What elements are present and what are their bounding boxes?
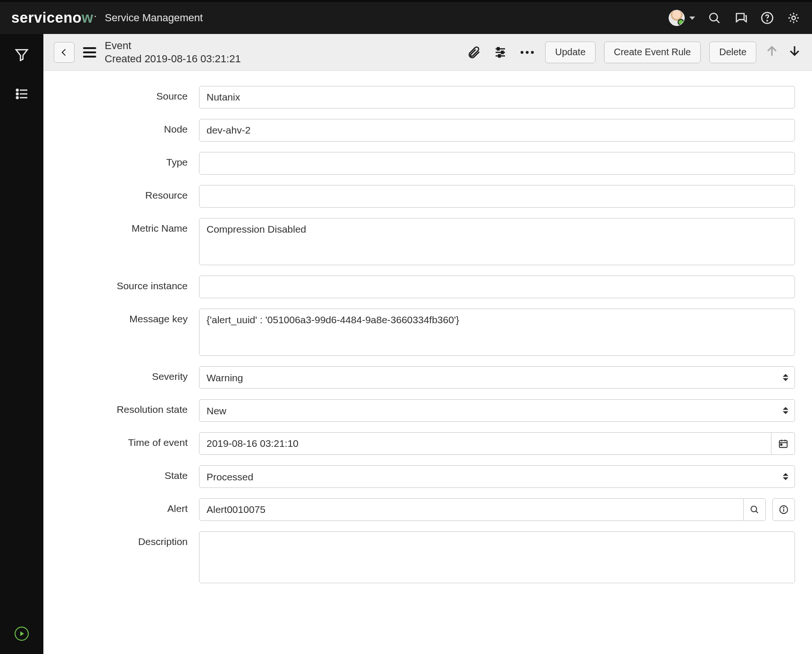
label-state: State (43, 465, 199, 481)
app-title: Service Management (105, 12, 203, 24)
avatar (669, 10, 685, 26)
product-logo[interactable]: servicenow. (11, 9, 96, 26)
svg-point-0 (710, 13, 717, 21)
label-resolution-state: Resolution state (43, 399, 199, 415)
info-icon[interactable] (772, 498, 795, 521)
label-resource: Resource (43, 185, 199, 201)
time-of-event-input[interactable] (199, 432, 771, 455)
form-context-menu-icon[interactable] (83, 47, 96, 58)
more-actions-icon[interactable] (518, 43, 537, 61)
svg-rect-14 (497, 48, 499, 50)
logo-accent: w (82, 9, 93, 26)
svg-rect-23 (780, 444, 782, 445)
label-message-key: Message key (43, 309, 199, 325)
label-source: Source (43, 86, 199, 102)
all-applications-icon[interactable] (14, 86, 29, 104)
label-severity: Severity (43, 366, 199, 382)
svg-point-28 (784, 507, 784, 508)
resolution-state-select[interactable]: New (199, 399, 795, 422)
type-input[interactable] (199, 152, 795, 175)
alert-reference-input[interactable] (199, 498, 744, 521)
navigator-rail (0, 34, 43, 654)
record-type-label: Event (105, 39, 241, 52)
resource-input[interactable] (199, 185, 795, 208)
user-menu[interactable] (669, 10, 695, 26)
svg-point-5 (17, 89, 18, 91)
form-body[interactable]: Source Node Type Resource Metric Name Co… (43, 71, 812, 654)
calendar-icon[interactable] (771, 432, 795, 455)
severity-select[interactable]: Warning (199, 366, 795, 389)
state-select[interactable]: Processed (199, 465, 795, 488)
svg-point-7 (17, 93, 18, 95)
previous-record-icon (765, 44, 779, 60)
label-node: Node (43, 119, 199, 135)
label-time-of-event: Time of event (43, 432, 199, 448)
svg-rect-15 (502, 51, 504, 53)
form-title: Event Created 2019-08-16 03:21:21 (105, 39, 241, 65)
svg-line-25 (756, 511, 758, 513)
delete-button[interactable]: Delete (709, 42, 756, 63)
lookup-icon[interactable] (744, 498, 766, 521)
logo-dot: . (94, 11, 96, 18)
record-created-label: Created 2019-08-16 03:21:21 (105, 52, 241, 66)
settings-gear-icon[interactable] (787, 11, 801, 25)
label-type: Type (43, 152, 199, 168)
attachments-icon[interactable] (465, 43, 483, 61)
svg-rect-16 (499, 55, 501, 57)
source-input[interactable] (199, 86, 795, 109)
personalize-form-icon[interactable] (491, 43, 509, 61)
form-header: Event Created 2019-08-16 03:21:21 Update… (43, 34, 812, 71)
back-button[interactable] (54, 42, 75, 63)
svg-line-1 (716, 20, 719, 23)
node-input[interactable] (199, 119, 795, 142)
global-search-icon[interactable] (707, 11, 721, 25)
next-record-icon[interactable] (787, 44, 802, 60)
chat-icon[interactable] (734, 11, 748, 25)
description-input[interactable] (199, 531, 795, 583)
global-banner: servicenow. Service Management (0, 0, 812, 34)
svg-point-9 (17, 97, 18, 99)
svg-point-3 (767, 20, 767, 21)
logo-text-pre: serviceno (11, 9, 82, 26)
label-metric-name: Metric Name (43, 218, 199, 234)
label-source-instance: Source instance (43, 276, 199, 292)
main-frame: Event Created 2019-08-16 03:21:21 Update… (43, 34, 812, 654)
svg-point-4 (792, 16, 795, 19)
label-description: Description (43, 531, 199, 547)
message-key-input[interactable]: {'alert_uuid' : '051006a3-99d6-4484-9a8e… (199, 309, 795, 356)
filter-icon[interactable] (14, 47, 29, 65)
chevron-down-icon (689, 17, 695, 20)
help-icon[interactable] (760, 11, 774, 25)
create-event-rule-button[interactable]: Create Event Rule (604, 42, 701, 63)
banner-right (669, 10, 801, 26)
tour-play-icon[interactable] (15, 627, 29, 641)
source-instance-input[interactable] (199, 276, 795, 298)
metric-name-input[interactable]: Compression Disabled (199, 218, 795, 265)
update-button[interactable]: Update (545, 42, 596, 63)
label-alert: Alert (43, 498, 199, 514)
